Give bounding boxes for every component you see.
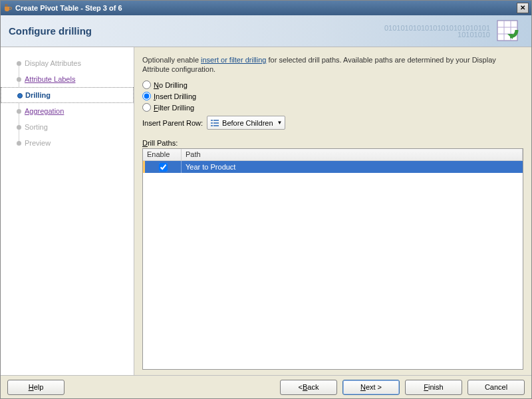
column-header-enable[interactable]: Enable [143, 149, 182, 160]
radio-insert-drilling[interactable]: Insert Drilling [142, 92, 523, 100]
radio-filter-drilling-input[interactable] [142, 103, 151, 112]
step-dot-icon [17, 141, 21, 146]
header-decoration-digits: 01010101010101010101010101 10101010 [384, 25, 490, 38]
insert-or-filter-drilling-link[interactable]: insert or filter drilling [201, 56, 266, 64]
enable-cell [143, 161, 182, 173]
cancel-button[interactable]: Cancel [467, 380, 525, 395]
help-button[interactable]: Help [7, 380, 65, 395]
finish-button[interactable]: Finish [405, 380, 462, 395]
wizard-steps-sidebar: Display Attributes Attribute Labels Dril… [1, 47, 134, 375]
titlebar: Create Pivot Table - Step 3 of 6 ✕ [1, 1, 531, 15]
step-attribute-labels[interactable]: Attribute Labels [1, 71, 134, 87]
step-dot-icon [17, 77, 21, 82]
step-dot-icon [17, 61, 21, 66]
radio-insert-drilling-label: Insert Drilling [154, 92, 196, 100]
main-panel: Optionally enable insert or filter drill… [134, 47, 531, 375]
column-header-path[interactable]: Path [182, 149, 523, 160]
svg-rect-11 [213, 125, 219, 126]
drill-paths-table: Enable Path Year to Product [142, 148, 523, 370]
path-cell: Year to Product [182, 163, 523, 171]
wizard-header: Configure drilling 010101010101010101010… [1, 15, 531, 47]
radio-no-drilling-input[interactable] [142, 80, 151, 89]
insert-parent-row-label: Insert Parent Row: [142, 119, 203, 127]
window-title: Create Pivot Table - Step 3 of 6 [15, 4, 517, 12]
table-row[interactable]: Year to Product [143, 161, 523, 173]
svg-rect-7 [213, 120, 219, 121]
next-button[interactable]: Next > [342, 380, 400, 395]
svg-rect-0 [497, 21, 517, 41]
radio-no-drilling-label: No Drilling [154, 81, 188, 89]
description-text: Optionally enable insert or filter drill… [142, 55, 523, 74]
step-preview[interactable]: Preview [1, 135, 134, 151]
step-display-attributes[interactable]: Display Attributes [1, 55, 134, 71]
back-button[interactable]: < Back [280, 380, 337, 395]
step-dot-icon [17, 93, 23, 98]
insert-parent-row-value: Before Children [222, 119, 273, 127]
step-sorting[interactable]: Sorting [1, 119, 134, 135]
step-aggregation[interactable]: Aggregation [1, 103, 134, 119]
wizard-footer: Help < Back Next > Finish Cancel [1, 375, 531, 398]
enable-checkbox[interactable] [159, 163, 168, 172]
radio-no-drilling[interactable]: No Drilling [142, 80, 523, 89]
radio-insert-drilling-input[interactable] [142, 92, 151, 100]
svg-rect-10 [211, 125, 213, 126]
radio-filter-drilling[interactable]: Filter Drilling [142, 103, 523, 112]
close-button[interactable]: ✕ [517, 3, 529, 13]
svg-rect-6 [211, 120, 213, 121]
chevron-down-icon: ▼ [277, 120, 283, 126]
step-drilling[interactable]: Drilling [1, 87, 134, 103]
drill-paths-label: Drill Paths: [142, 139, 523, 147]
list-icon [210, 118, 219, 128]
app-icon [3, 3, 13, 13]
svg-rect-8 [211, 122, 213, 124]
pivot-table-icon [495, 18, 523, 45]
step-dot-icon [17, 125, 21, 130]
insert-parent-row-combo[interactable]: Before Children ▼ [207, 116, 285, 130]
svg-rect-9 [213, 122, 219, 124]
step-dot-icon [17, 109, 21, 114]
page-title: Configure drilling [9, 25, 92, 37]
radio-filter-drilling-label: Filter Drilling [154, 104, 194, 112]
